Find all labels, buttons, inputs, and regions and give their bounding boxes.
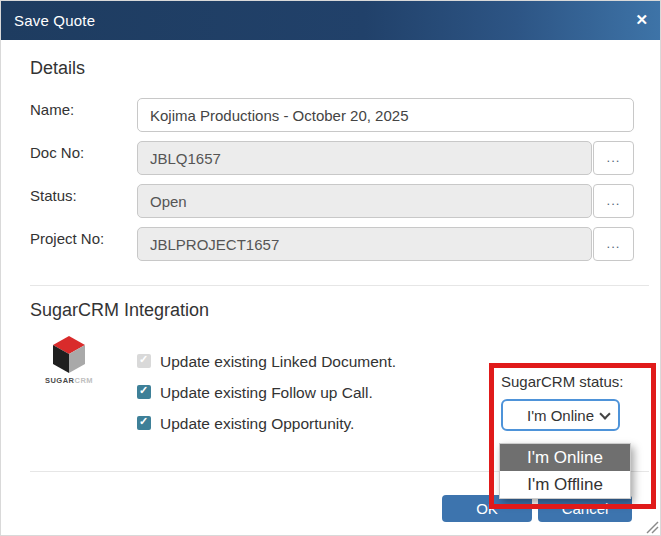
sugarcrm-logo: SUGARCRM [39,335,99,385]
sugarcrm-cube-icon [49,335,89,375]
dialog-title: Save Quote [1,12,95,29]
opportunity-checkbox[interactable] [137,416,151,430]
dropdown-option-online[interactable]: I'm Online [500,444,630,471]
docno-input [137,141,592,175]
sugarcrm-logo-text: SUGARCRM [39,376,99,385]
logo-text-sugar: SUGAR [45,376,75,385]
name-input[interactable] [137,98,634,132]
projectno-input [137,227,592,261]
docno-field-label: Doc No: [30,144,84,161]
save-quote-dialog: Save Quote ✕ Details Name: Doc No: ... S… [0,0,661,536]
docno-browse-button[interactable]: ... [593,141,634,175]
status-browse-button[interactable]: ... [593,184,634,218]
close-icon[interactable]: ✕ [635,11,648,29]
projectno-field-label: Project No: [30,230,104,247]
dropdown-option-offline[interactable]: I'm Offline [500,471,630,498]
ok-button[interactable]: OK [442,495,532,522]
chevron-down-icon [599,408,610,419]
sugarcrm-status-dropdown: I'm Online I'm Offline [499,443,631,499]
follow-up-call-label: Update existing Follow up Call. [160,384,373,402]
status-field-label: Status: [30,187,77,204]
follow-up-call-checkbox[interactable] [137,385,151,399]
status-input [137,184,592,218]
sugarcrm-status-select[interactable]: I'm Online [501,399,620,431]
name-field-label: Name: [30,101,74,118]
linked-document-checkbox [137,354,151,368]
dialog-titlebar: Save Quote ✕ [1,1,661,40]
linked-document-label: Update existing Linked Document. [160,353,396,371]
section-divider [30,285,649,286]
sugarcrm-status-selected-value: I'm Online [527,407,594,424]
sugarcrm-status-label: SugarCRM status: [501,373,624,390]
details-heading: Details [30,58,85,79]
logo-text-crm: CRM [75,376,94,385]
opportunity-label: Update existing Opportunity. [160,415,354,433]
resize-grip-icon[interactable] [643,518,659,534]
projectno-browse-button[interactable]: ... [593,227,634,261]
sugarcrm-integration-heading: SugarCRM Integration [30,300,209,321]
cancel-button[interactable]: Cancel [538,495,632,522]
